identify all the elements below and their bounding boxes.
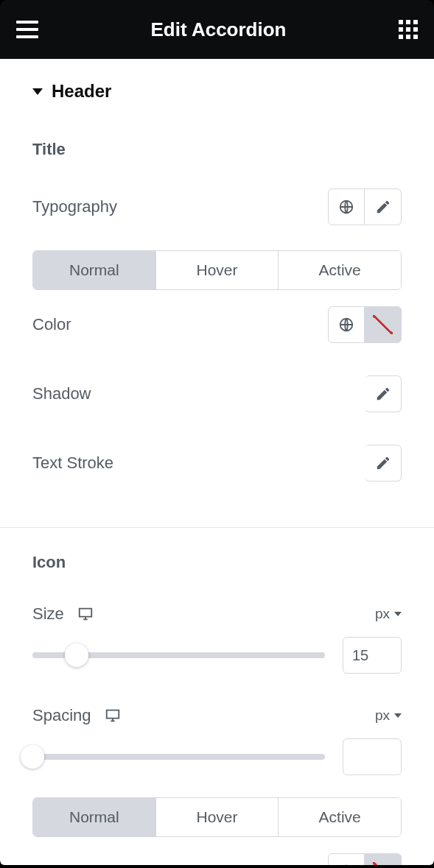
icon-spacing-label: Spacing: [32, 706, 91, 725]
typography-controls: [328, 188, 402, 225]
text-stroke-row: Text Stroke: [32, 428, 402, 498]
icon-color-row: Color: [32, 837, 402, 865]
icon-state-tabs: Normal Hover Active: [32, 797, 402, 837]
no-color-icon: [373, 862, 393, 865]
shadow-edit-button[interactable]: [365, 375, 402, 412]
icon-color-controls: [328, 853, 402, 865]
title-tab-active[interactable]: Active: [278, 251, 401, 289]
icon-size-row: Size px: [32, 585, 402, 629]
globe-icon: [338, 317, 354, 333]
icon-tab-normal[interactable]: Normal: [33, 798, 155, 836]
group-divider: [0, 527, 434, 528]
text-stroke-edit-button[interactable]: [365, 445, 402, 481]
shadow-row: Shadow: [32, 359, 402, 428]
title-tab-normal[interactable]: Normal: [33, 251, 155, 289]
panel-body: Header Title Typography Normal Hover Act…: [0, 59, 434, 865]
icon-tab-active[interactable]: Active: [278, 798, 401, 836]
typography-edit-button[interactable]: [365, 188, 402, 225]
globe-icon: [338, 199, 354, 215]
typography-label: Typography: [32, 197, 117, 216]
chevron-down-icon: [394, 713, 402, 718]
title-color-swatch-none[interactable]: [365, 306, 402, 343]
pencil-icon: [375, 199, 391, 215]
caret-down-icon: [32, 88, 43, 95]
pencil-icon: [375, 455, 391, 471]
icon-size-input[interactable]: [343, 637, 402, 674]
typography-row: Typography: [32, 172, 402, 241]
icon-size-label: Size: [32, 604, 64, 624]
title-group-heading: Title: [32, 140, 402, 159]
title-color-globe-button[interactable]: [328, 306, 365, 343]
globe-icon: [338, 864, 354, 865]
text-stroke-label: Text Stroke: [32, 454, 113, 473]
desktop-icon[interactable]: [105, 708, 121, 724]
icon-spacing-slider-row: [32, 731, 402, 788]
icon-size-unit: px: [375, 606, 390, 622]
pencil-icon: [375, 386, 391, 402]
icon-color-swatch-none[interactable]: [365, 853, 402, 865]
title-color-row: Color: [32, 290, 402, 359]
icon-color-label: Color: [32, 862, 71, 865]
icon-spacing-unit: px: [375, 708, 390, 724]
icon-group: Icon Size px Spacing px: [0, 553, 434, 865]
icon-group-heading: Icon: [32, 553, 402, 572]
section-name: Header: [52, 81, 111, 102]
shadow-label: Shadow: [32, 384, 91, 403]
icon-spacing-slider-thumb[interactable]: [21, 745, 44, 769]
icon-size-slider[interactable]: [32, 643, 325, 667]
icon-color-globe-button[interactable]: [328, 853, 365, 865]
apps-grid-icon[interactable]: [399, 20, 418, 39]
title-group: Title Typography Normal Hover Active Col…: [0, 140, 434, 518]
no-color-icon: [373, 315, 393, 334]
title-color-controls: [328, 306, 402, 343]
icon-tab-hover[interactable]: Hover: [155, 798, 279, 836]
icon-spacing-slider[interactable]: [32, 745, 325, 769]
title-state-tabs: Normal Hover Active: [32, 250, 402, 290]
panel-title: Edit Accordion: [151, 18, 287, 41]
typography-globe-button[interactable]: [328, 188, 365, 225]
icon-size-slider-row: [32, 629, 402, 687]
icon-spacing-row: Spacing px: [32, 687, 402, 731]
title-color-label: Color: [32, 315, 71, 334]
icon-spacing-input[interactable]: [343, 738, 402, 775]
panel-header: Edit Accordion: [0, 0, 434, 59]
chevron-down-icon: [394, 612, 402, 616]
menu-icon[interactable]: [16, 21, 38, 38]
section-toggle-header[interactable]: Header: [0, 59, 434, 115]
icon-size-slider-thumb[interactable]: [65, 643, 88, 667]
icon-size-unit-select[interactable]: px: [375, 606, 402, 622]
desktop-icon[interactable]: [77, 606, 94, 622]
icon-spacing-unit-select[interactable]: px: [375, 708, 402, 724]
title-tab-hover[interactable]: Hover: [155, 251, 279, 289]
